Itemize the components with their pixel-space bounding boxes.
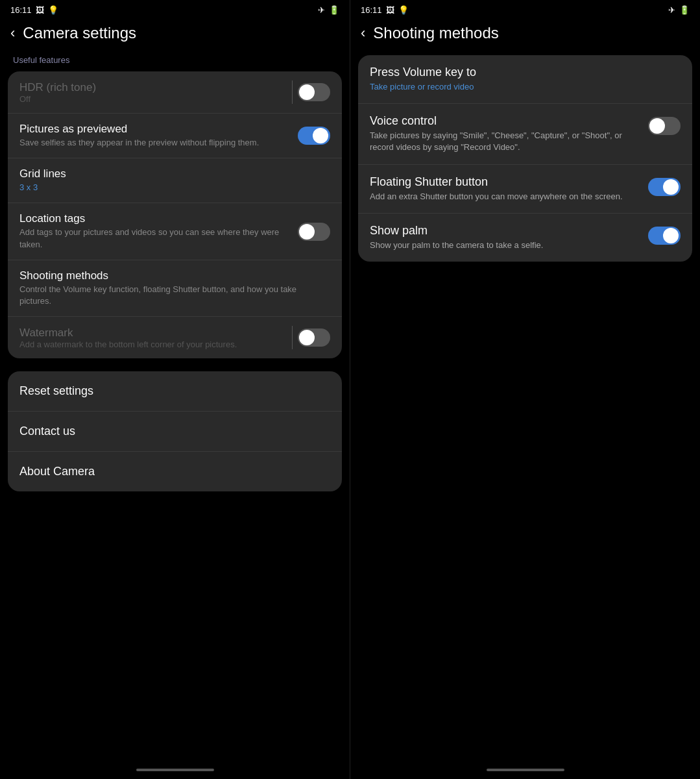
shooting-row-palm[interactable]: Show palm Show your palm to the camera t… [358,214,692,262]
settings-card: HDR (rich tone) Off Pictures as previewe… [8,71,342,358]
about-camera-label: About Camera [19,465,95,478]
left-panel: 16:11 🖼 💡 ✈ 🔋 ‹ Camera settings Useful f… [0,0,350,779]
status-right: ✈ 🔋 [318,5,339,15]
volume-subtitle: Take picture or record video [370,81,673,93]
palm-toggle-wrap [648,224,681,245]
toggle-thumb-floating [663,179,679,195]
toggle-pictures[interactable] [298,127,330,145]
grid-subtitle: 3 x 3 [19,182,322,193]
toggle-thumb-palm [663,228,679,243]
left-header: ‹ Camera settings [0,18,350,50]
airplane-icon-right: ✈ [668,5,675,15]
setting-row-watermark[interactable]: Watermark Add a watermark to the bottom … [8,317,342,358]
section-label-useful: Useful features [0,50,350,69]
hdr-left: HDR (rich tone) Off [19,81,287,104]
floating-content: Floating Shutter button Add an extra Shu… [370,175,648,203]
shooting-row-voice[interactable]: Voice control Take pictures by saying "S… [358,104,692,164]
location-left: Location tags Add tags to your pictures … [19,212,298,250]
toggle-hdr[interactable] [298,83,330,101]
toggle-location[interactable] [298,223,330,241]
setting-row-location[interactable]: Location tags Add tags to your pictures … [8,203,342,260]
pipe-divider-hdr [292,80,293,104]
palm-title: Show palm [370,224,640,238]
shooting-methods-card: Press Volume key to Take picture or reco… [358,55,692,262]
right-header: ‹ Shooting methods [350,18,700,50]
toggle-palm[interactable] [648,227,681,245]
reset-settings-row[interactable]: Reset settings [8,371,342,412]
home-indicator-left [136,769,214,771]
toggle-thumb-voice [649,118,665,134]
status-bar-left: 16:11 🖼 💡 ✈ 🔋 [0,0,350,18]
battery-icon: 🔋 [329,5,339,15]
contact-us-label: Contact us [19,425,75,438]
pipe-divider-watermark [292,326,293,349]
back-button-left[interactable]: ‹ [10,25,15,42]
time-right: 16:11 [361,5,382,15]
toggle-thumb-hdr [299,84,315,100]
shooting-row-volume[interactable]: Press Volume key to Take picture or reco… [358,55,692,104]
hdr-title: HDR (rich tone) [19,81,287,94]
voice-toggle-wrap [648,114,681,135]
floating-toggle-wrap [648,175,681,196]
watermark-right [287,326,330,349]
bottom-actions-card: Reset settings Contact us About Camera [8,371,342,491]
voice-subtitle: Take pictures by saying "Smile", "Cheese… [370,130,640,153]
voice-content: Voice control Take pictures by saying "S… [370,114,648,153]
battery-icon-right: 🔋 [679,5,690,15]
setting-row-pictures[interactable]: Pictures as previewed Save selfies as th… [8,114,342,158]
shooting-title: Shooting methods [19,269,322,282]
page-title-left: Camera settings [23,24,136,42]
hdr-subtitle: Off [19,94,287,104]
bulb-icon-right: 💡 [398,5,409,15]
contact-us-row[interactable]: Contact us [8,412,342,452]
reset-settings-label: Reset settings [19,384,93,398]
watermark-title: Watermark [19,327,287,340]
toggle-voice[interactable] [648,117,681,135]
voice-title: Voice control [370,114,640,128]
toggle-watermark[interactable] [298,328,330,347]
status-bar-right: 16:11 🖼 💡 ✈ 🔋 [350,0,700,18]
status-right-left: 16:11 🖼 💡 [361,5,409,15]
gallery-icon: 🖼 [36,5,44,15]
floating-subtitle: Add an extra Shutter button you can move… [370,191,640,203]
back-button-right[interactable]: ‹ [361,25,365,42]
setting-row-shooting[interactable]: Shooting methods Control the Volume key … [8,260,342,317]
shooting-subtitle: Control the Volume key function, floatin… [19,284,322,307]
toggle-thumb-pictures [313,128,328,143]
toggle-floating[interactable] [648,178,681,196]
shooting-left: Shooting methods Control the Volume key … [19,269,330,307]
airplane-icon: ✈ [318,5,325,15]
pictures-title: Pictures as previewed [19,123,290,136]
about-camera-row[interactable]: About Camera [8,452,342,491]
time-left: 16:11 [10,5,32,15]
grid-left: Grid lines 3 x 3 [19,167,330,193]
shooting-row-floating[interactable]: Floating Shutter button Add an extra Shu… [358,165,692,214]
status-left: 16:11 🖼 💡 [10,5,58,15]
home-indicator-right [487,769,564,771]
hdr-right [287,80,330,104]
page-title-right: Shooting methods [373,24,498,42]
right-panel: 16:11 🖼 💡 ✈ 🔋 ‹ Shooting methods Press V… [350,0,700,779]
setting-row-hdr[interactable]: HDR (rich tone) Off [8,71,342,114]
bulb-icon: 💡 [48,5,58,15]
gallery-icon-right: 🖼 [386,5,394,15]
watermark-left: Watermark Add a watermark to the bottom … [19,327,287,349]
watermark-subtitle: Add a watermark to the bottom left corne… [19,340,287,349]
toggle-thumb-location [299,224,315,240]
pictures-subtitle: Save selfies as they appear in the previ… [19,137,290,149]
status-right-right: ✈ 🔋 [668,5,690,15]
volume-content: Press Volume key to Take picture or reco… [370,66,681,93]
location-subtitle: Add tags to your pictures and videos so … [19,227,290,250]
volume-title: Press Volume key to [370,66,673,79]
floating-title: Floating Shutter button [370,175,640,189]
toggle-thumb-watermark [299,330,315,345]
grid-title: Grid lines [19,167,322,180]
setting-row-grid[interactable]: Grid lines 3 x 3 [8,158,342,203]
palm-subtitle: Show your palm to the camera to take a s… [370,240,640,251]
palm-content: Show palm Show your palm to the camera t… [370,224,648,251]
location-title: Location tags [19,212,290,225]
pictures-left: Pictures as previewed Save selfies as th… [19,123,298,149]
